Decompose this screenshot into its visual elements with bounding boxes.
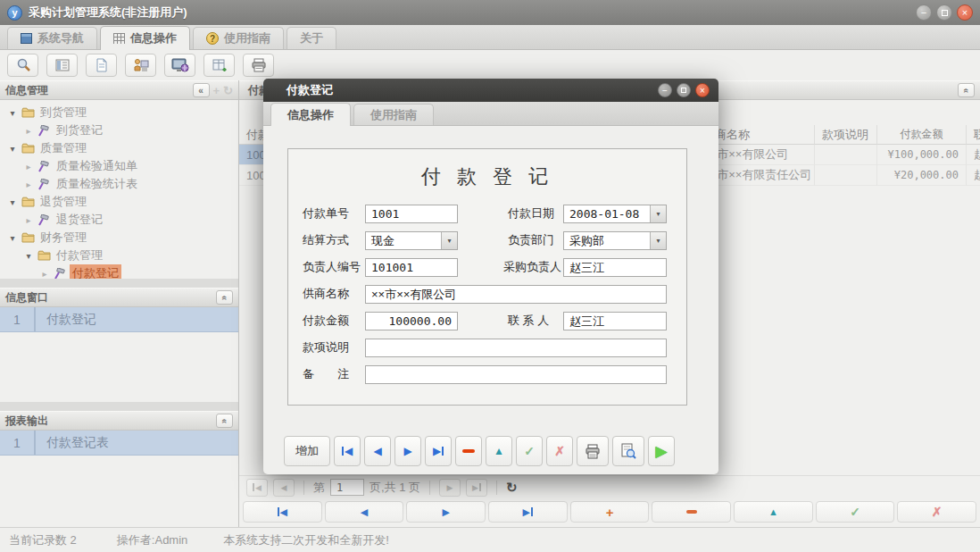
tree-expanded-icon[interactable]: ▾ — [23, 251, 34, 261]
tree-collapsed-icon[interactable]: ▸ — [23, 215, 34, 225]
last-page-button[interactable]: ▶ — [466, 479, 487, 497]
contact-input[interactable] — [563, 312, 667, 330]
first-page-button[interactable]: ◀ — [246, 479, 268, 497]
manager-no-label: 负责人编号 — [303, 258, 361, 276]
print-button[interactable] — [577, 436, 609, 466]
cell-contact[interactable]: 赵三江 — [967, 145, 980, 165]
last-record-button[interactable]: ▶ — [425, 436, 452, 466]
cell-note[interactable] — [815, 145, 877, 165]
dialog-tab-info-operation[interactable]: 信息操作 — [270, 103, 351, 126]
minimize-button[interactable]: − — [916, 4, 932, 21]
search-button[interactable] — [7, 54, 38, 77]
tree-collapsed-icon[interactable]: ▸ — [23, 126, 34, 136]
manager-no-input[interactable] — [365, 258, 458, 277]
cancel-button[interactable]: ✗ — [897, 501, 976, 523]
next-page-button[interactable]: ▶ — [439, 479, 461, 497]
supplier-input[interactable] — [365, 285, 667, 304]
collapse-left-icon[interactable]: « — [193, 83, 210, 97]
delete-record-button[interactable] — [652, 501, 731, 523]
cancel-button[interactable]: ✗ — [546, 436, 573, 466]
tree-item-quality-stats[interactable]: ▸ 质量检验统计表 — [0, 175, 238, 193]
first-record-button[interactable]: ◀ — [334, 436, 361, 466]
settlement-combo[interactable]: 现金 ▾ — [365, 231, 458, 250]
tree-item-quality-notice[interactable]: ▸ 质量检验通知单 — [0, 157, 238, 175]
edit-record-button[interactable]: ▲ — [486, 436, 512, 466]
run-button[interactable]: ▶ — [648, 436, 675, 466]
prev-record-button[interactable]: ◀ — [325, 501, 404, 523]
tree-collapsed-icon[interactable]: ▸ — [23, 180, 34, 189]
tree-item-arrival-mgmt[interactable]: ▾ 到货管理 — [0, 104, 238, 121]
amount-input[interactable] — [365, 312, 458, 330]
collapse-up-icon[interactable]: « — [216, 414, 233, 428]
document-button[interactable] — [86, 54, 117, 77]
first-record-button[interactable]: ◀ — [243, 501, 322, 523]
column-header-contact[interactable]: 联系人 — [967, 125, 980, 145]
tab-info-operation[interactable]: 信息操作 — [100, 26, 190, 50]
page-number-input[interactable] — [330, 479, 364, 496]
dialog-titlebar[interactable]: 付款登记 − × — [263, 79, 718, 102]
form-view-button[interactable] — [46, 54, 78, 77]
prev-page-button[interactable]: ◀ — [273, 479, 295, 497]
tree-collapsed-icon[interactable]: ▸ — [23, 162, 34, 171]
folder-icon — [21, 106, 35, 119]
tree-item-arrival-reg[interactable]: ▸ 到货登记 — [0, 121, 238, 139]
cell-note[interactable] — [815, 165, 877, 186]
payment-date-combo[interactable]: 2008-01-08 ▾ — [563, 205, 667, 223]
tree-item-return-mgmt[interactable]: ▾ 退货管理 — [0, 193, 238, 211]
list-item[interactable]: 1 付款登记表 — [0, 431, 238, 456]
tree-item-payment-reg[interactable]: ▸ 付款登记 — [0, 264, 238, 279]
dialog-tab-user-guide[interactable]: 使用指南 — [353, 104, 434, 125]
close-button[interactable]: × — [957, 4, 973, 21]
tree-expanded-icon[interactable]: ▾ — [7, 233, 18, 243]
tree-item-quality-mgmt[interactable]: ▾ 质量管理 — [0, 139, 238, 157]
last-record-button[interactable]: ▶ — [488, 501, 568, 523]
purchase-manager-input[interactable] — [563, 258, 667, 277]
dropdown-icon[interactable]: ▾ — [650, 232, 666, 249]
refresh-icon[interactable]: ↻ — [506, 480, 518, 496]
tab-system-nav[interactable]: 系统导航 — [7, 27, 97, 49]
collapse-up-icon[interactable]: « — [958, 83, 975, 97]
remark-input[interactable] — [365, 365, 667, 384]
table-add-button[interactable] — [203, 54, 235, 77]
edit-record-button[interactable]: ▲ — [734, 501, 813, 523]
confirm-button[interactable]: ✓ — [516, 436, 543, 466]
print-button[interactable] — [243, 54, 274, 77]
dialog-maximize-button[interactable] — [677, 83, 691, 97]
cell-contact[interactable]: 赵三江 — [967, 165, 980, 186]
window-titlebar[interactable]: y 采购计划管理系统(非注册用户) − × — [0, 0, 980, 25]
tree-expanded-icon[interactable]: ▾ — [7, 197, 18, 207]
department-combo[interactable]: 采购部 ▾ — [563, 231, 667, 250]
tab-user-guide[interactable]: ? 使用指南 — [193, 27, 284, 49]
maximize-button[interactable] — [936, 4, 952, 21]
print-preview-button[interactable] — [612, 436, 644, 466]
tree-expanded-icon[interactable]: ▾ — [7, 144, 18, 154]
column-header-note[interactable]: 款项说明 — [815, 125, 877, 145]
note-input[interactable] — [365, 339, 667, 357]
list-item[interactable]: 1 付款登记 — [0, 307, 238, 332]
cell-amount[interactable]: ¥100,000.00 — [877, 145, 967, 165]
add-button[interactable]: 增加 — [284, 436, 330, 466]
cell-amount[interactable]: ¥20,000.00 — [877, 165, 967, 186]
monitor-globe-button[interactable] — [164, 54, 195, 77]
tree-item-finance-mgmt[interactable]: ▾ 财务管理 — [0, 229, 238, 247]
tree-expanded-icon[interactable]: ▾ — [7, 108, 18, 118]
dialog-close-button[interactable]: × — [695, 83, 710, 97]
user-report-button[interactable] — [125, 54, 156, 77]
next-record-button[interactable]: ▶ — [406, 501, 486, 523]
confirm-button[interactable]: ✓ — [816, 501, 895, 523]
collapse-up-icon[interactable]: « — [216, 290, 233, 305]
dropdown-icon[interactable]: ▾ — [441, 232, 457, 249]
tree-item-payment-mgmt[interactable]: ▾ 付款管理 — [0, 247, 238, 264]
page-label-post: 页,共 1 页 — [370, 480, 420, 496]
column-header-amount[interactable]: 付款金额 — [877, 125, 967, 145]
payment-no-input[interactable] — [365, 205, 458, 223]
add-record-button[interactable]: + — [570, 501, 650, 523]
tree-collapsed-icon[interactable]: ▸ — [39, 269, 50, 279]
dropdown-icon[interactable]: ▾ — [650, 205, 666, 222]
tree-item-return-reg[interactable]: ▸ 退货登记 — [0, 211, 238, 229]
prev-record-button[interactable]: ◀ — [364, 436, 391, 466]
delete-record-button[interactable] — [455, 436, 482, 466]
tab-about[interactable]: 关于 — [287, 27, 336, 49]
next-record-button[interactable]: ▶ — [394, 436, 421, 466]
dialog-minimize-button[interactable]: − — [658, 83, 672, 97]
